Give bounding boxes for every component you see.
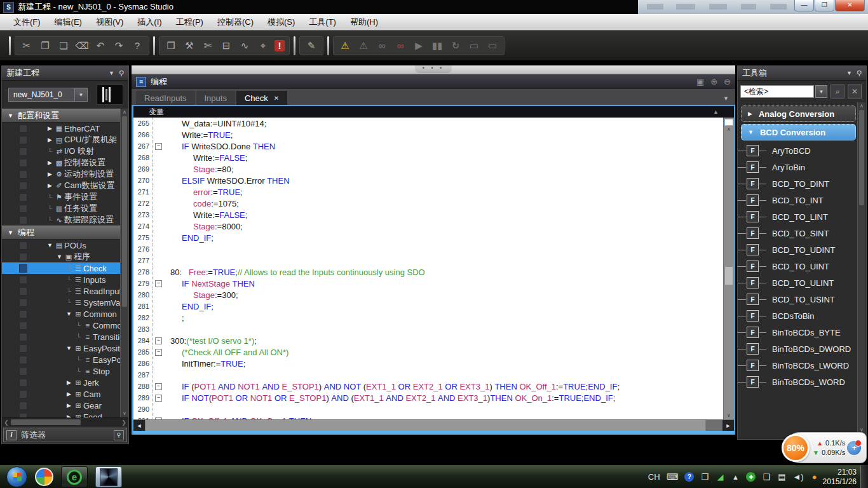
- show-desktop-button[interactable]: [860, 465, 868, 488]
- toolbox-item-bcdstobin[interactable]: FBCDsToBin: [738, 308, 866, 324]
- antivirus-icon[interactable]: ✚: [746, 472, 756, 482]
- close-button[interactable]: ✕: [835, 0, 865, 11]
- pane-splitter[interactable]: • • •: [132, 65, 735, 74]
- tab-inputs[interactable]: Inputs: [196, 91, 235, 105]
- toolbox-item-bcd-to-dint[interactable]: FBCD_TO_DINT: [738, 175, 866, 192]
- network-status-icon[interactable]: ▤: [777, 472, 786, 482]
- collapse-box-icon[interactable]: −: [155, 349, 162, 356]
- tree-item-common[interactable]: ▼⊞Common: [2, 308, 128, 320]
- item-checkbox[interactable]: [19, 264, 27, 273]
- code-line[interactable]: 286InitTimer:=TRUE;: [133, 358, 723, 369]
- code-line[interactable]: 267−IF WriteSDO.Done THEN: [133, 140, 723, 152]
- item-checkbox[interactable]: [19, 147, 27, 156]
- menu-v[interactable]: 视图(V): [89, 15, 130, 29]
- build-icon[interactable]: ⚠: [338, 39, 352, 53]
- code-line[interactable]: 273Write:=FALSE;: [133, 209, 723, 220]
- help-icon[interactable]: ?: [130, 39, 144, 53]
- tree-item-gear[interactable]: ▶⊞Gear: [2, 400, 128, 411]
- toolbox-item-bcd-to-lint[interactable]: FBCD_TO_LINT: [738, 208, 866, 225]
- expand-icon[interactable]: ▼: [55, 254, 64, 260]
- start-button[interactable]: [6, 466, 27, 487]
- watch-window-icon[interactable]: ⊟: [219, 39, 233, 53]
- item-checkbox[interactable]: [19, 413, 27, 418]
- item-checkbox[interactable]: [19, 333, 27, 341]
- error-list-icon[interactable]: !: [275, 40, 285, 51]
- tree-item-transition[interactable]: └≡Transition: [2, 331, 128, 342]
- tree-item-readinputs[interactable]: └☰ReadInputs: [2, 285, 128, 297]
- tree-scrollbar[interactable]: ∧ ∨: [120, 109, 128, 417]
- memory-percent-badge[interactable]: 80%: [782, 434, 810, 462]
- transfer-from-controller-icon[interactable]: ▭: [485, 39, 499, 53]
- io-wave-icon[interactable]: ∿: [238, 39, 252, 53]
- toolbox-scrollbar[interactable]: ∧ ∨: [857, 102, 865, 434]
- tree-item-stop[interactable]: └≡Stop: [2, 365, 128, 377]
- collapse-box-icon[interactable]: −: [155, 337, 162, 344]
- code-line[interactable]: 288−IF (POT1 AND NOT1 AND E_STOP1) AND N…: [133, 381, 723, 392]
- toolbox-item-bintobcds-lword[interactable]: FBinToBCDs_LWORD: [738, 357, 866, 374]
- scroll-up-icon[interactable]: ∧: [121, 109, 128, 116]
- item-checkbox[interactable]: [19, 276, 27, 284]
- item-checkbox[interactable]: [19, 182, 27, 190]
- expand-icon[interactable]: ▶: [65, 391, 73, 397]
- item-checkbox[interactable]: [19, 322, 27, 330]
- tree-item-inputs[interactable]: └☰Inputs: [2, 274, 128, 285]
- tree-item-check[interactable]: └☰Check: [2, 262, 128, 274]
- tree-item-item[interactable]: ▶▩控制器设置: [2, 157, 128, 168]
- toolbox-item-bcd-to-int[interactable]: FBCD_TO_INT: [738, 192, 866, 208]
- code-line[interactable]: 272code:=1075;: [133, 198, 723, 209]
- tree-item-item[interactable]: └∿数据跟踪设置: [2, 214, 128, 226]
- item-checkbox[interactable]: [19, 241, 27, 250]
- item-checkbox[interactable]: [19, 299, 27, 307]
- tree-item-cam[interactable]: ▶✐Cam数据设置: [2, 180, 128, 191]
- keyboard-icon[interactable]: ⌨: [667, 472, 679, 482]
- tree-item-easypositioni[interactable]: ▼⊞EasyPositioni: [2, 342, 128, 354]
- menu-f[interactable]: 文件(F): [6, 15, 48, 29]
- fold-marker[interactable]: −: [153, 335, 164, 346]
- expand-icon[interactable]: ▼: [65, 345, 73, 351]
- code-line[interactable]: 280Stage:=300;: [133, 289, 723, 301]
- toolbox-group-analog-conversion[interactable]: ▶Analog Conversion: [741, 105, 856, 122]
- scroll-thumb[interactable]: [859, 110, 864, 205]
- search-button[interactable]: ⌕: [831, 85, 844, 98]
- toolbox-item-arytobin[interactable]: FAryToBin: [738, 159, 866, 175]
- filter-pin-icon[interactable]: ⚲: [114, 430, 124, 440]
- toolbox-group-bcd-conversion[interactable]: ▼BCD Conversion: [741, 124, 856, 140]
- fold-marker[interactable]: −: [153, 140, 164, 152]
- collapse-box-icon[interactable]: −: [155, 383, 162, 390]
- code-line[interactable]: 265W_data:=UINT#10#14;: [133, 118, 723, 129]
- tree-item-item[interactable]: └⚑事件设置: [2, 191, 128, 203]
- scroll-up-icon[interactable]: ∧: [858, 102, 865, 110]
- minimize-button[interactable]: —: [794, 0, 814, 11]
- scroll-right-icon[interactable]: ►: [722, 420, 734, 431]
- toolbox-item-bcd-to-sint[interactable]: FBCD_TO_SINT: [738, 225, 866, 241]
- code-line[interactable]: 284−300:(*test I/O servo 1*);: [133, 335, 723, 346]
- item-checkbox[interactable]: [19, 216, 27, 224]
- help-icon[interactable]: ?: [684, 472, 694, 482]
- restore-button[interactable]: ❐: [815, 0, 834, 11]
- item-checkbox[interactable]: [19, 253, 27, 261]
- scroll-down-icon[interactable]: ∨: [121, 410, 128, 417]
- menu-i[interactable]: 插入(I): [130, 15, 168, 29]
- expand-icon[interactable]: ▶: [65, 414, 73, 417]
- explorer-pin-icon[interactable]: ⚲: [119, 69, 124, 78]
- search-clear-button[interactable]: ✕: [848, 85, 862, 98]
- code-line[interactable]: 289−IF NOT(POT1 OR NOT1 OR E_STOP1) AND …: [133, 392, 723, 403]
- toolbox-menu-caret-icon[interactable]: ▼: [846, 70, 852, 76]
- code-line[interactable]: 27880: Free:=TRUE;// Allows to read the …: [133, 266, 723, 278]
- expand-icon[interactable]: ▶: [46, 125, 54, 132]
- tree-item-cpu[interactable]: ▶▤CPU/扩展机架: [2, 134, 128, 146]
- browser-taskbar-button[interactable]: e: [61, 466, 88, 487]
- section-header-item[interactable]: ▼编程: [2, 226, 128, 240]
- code-line[interactable]: 275END_IF;: [133, 232, 723, 243]
- code-lines[interactable]: 265W_data:=UINT#10#14;266Write:=TRUE;267…: [133, 118, 723, 419]
- pick-tool-icon[interactable]: ⚒: [182, 39, 196, 53]
- expand-icon[interactable]: ▼: [65, 311, 73, 317]
- copy-icon[interactable]: ❐: [38, 39, 52, 53]
- toolbox-item-bcd-to-ulint[interactable]: FBCD_TO_ULINT: [738, 274, 866, 291]
- tree-item-item[interactable]: ▼▣程序: [2, 251, 128, 262]
- scroll-thumb[interactable]: [122, 116, 127, 307]
- code-line[interactable]: 270ELSIF WriteSDO.Error THEN: [133, 175, 723, 186]
- scroll-thumb[interactable]: [725, 267, 733, 285]
- fold-marker[interactable]: −: [153, 392, 164, 403]
- code-line[interactable]: 268Write:=FALSE;: [133, 152, 723, 163]
